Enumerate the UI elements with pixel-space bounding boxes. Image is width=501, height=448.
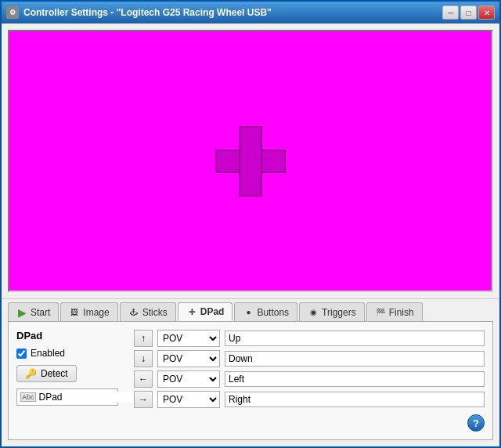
down-select[interactable]: POVAxisNone — [157, 350, 220, 367]
left-arrow-icon: ← — [139, 374, 148, 385]
detect-label: Detect — [41, 368, 68, 379]
up-arrow-icon: ↑ — [141, 333, 146, 344]
left-value: Left — [225, 371, 485, 387]
window-icon: ⚙ — [6, 6, 19, 19]
tab-triggers[interactable]: ◉ Triggers — [299, 302, 365, 321]
section-label: DPad — [16, 330, 118, 341]
title-bar: ⚙ Controller Settings - "Logitech G25 Ra… — [2, 2, 499, 23]
finish-icon: 🏁 — [375, 307, 386, 318]
preview-area — [8, 30, 493, 292]
help-button[interactable]: ? — [467, 414, 485, 432]
minimize-button[interactable]: ─ — [442, 5, 459, 20]
main-window: ⚙ Controller Settings - "Logitech G25 Ra… — [0, 0, 501, 448]
content-inner: DPad Enabled 🔑 Detect Abc — [16, 330, 485, 432]
name-input-wrapper: Abc — [16, 388, 118, 406]
direction-row-up: ↑ POVAxisNone Up — [134, 330, 485, 347]
tab-triggers-label: Triggers — [322, 307, 356, 318]
up-select[interactable]: POVAxisNone — [157, 330, 220, 347]
tab-sticks-label: Sticks — [142, 307, 168, 318]
start-icon: ▶ — [16, 307, 27, 318]
dpad-preview — [215, 126, 286, 197]
tab-sticks[interactable]: 🕹 Sticks — [120, 302, 176, 321]
right-panel: ↑ POVAxisNone Up ↓ POVAxisNone — [134, 330, 485, 432]
tab-finish[interactable]: 🏁 Finish — [366, 302, 423, 321]
tab-image[interactable]: 🖼 Image — [60, 302, 117, 321]
tab-dpad[interactable]: ✛ DPad — [178, 302, 233, 321]
maximize-button[interactable]: □ — [460, 5, 477, 20]
tab-dpad-label: DPad — [200, 306, 225, 317]
dpad-icon: ✛ — [186, 306, 197, 317]
triggers-icon: ◉ — [308, 307, 319, 318]
down-value: Down — [225, 351, 485, 367]
content-panel: DPad Enabled 🔑 Detect Abc — [8, 321, 493, 440]
tab-buttons[interactable]: ● Buttons — [234, 302, 297, 321]
right-arrow-icon: → — [139, 394, 148, 405]
tab-start[interactable]: ▶ Start — [8, 302, 59, 321]
left-arrow-button[interactable]: ← — [134, 370, 153, 388]
help-row: ? — [134, 414, 485, 432]
enabled-label: Enabled — [31, 348, 65, 359]
cross-shape — [215, 126, 286, 197]
abc-icon: Abc — [20, 392, 36, 402]
image-icon: 🖼 — [69, 307, 80, 318]
direction-row-down: ↓ POVAxisNone Down — [134, 350, 485, 367]
detect-button[interactable]: 🔑 Detect — [16, 365, 77, 382]
direction-row-right: → POVAxisNone Right — [134, 391, 485, 408]
right-select[interactable]: POVAxisNone — [157, 391, 220, 408]
enabled-row: Enabled — [16, 348, 118, 359]
tab-finish-label: Finish — [389, 307, 414, 318]
window-controls: ─ □ ✕ — [442, 5, 495, 20]
left-panel: DPad Enabled 🔑 Detect Abc — [16, 330, 118, 432]
down-arrow-icon: ↓ — [141, 353, 146, 364]
right-value: Right — [225, 392, 485, 407]
buttons-icon: ● — [243, 307, 254, 318]
left-select[interactable]: POVAxisNone — [157, 370, 220, 388]
close-button[interactable]: ✕ — [478, 5, 495, 20]
up-arrow-button[interactable]: ↑ — [134, 330, 153, 347]
tab-image-label: Image — [83, 307, 109, 318]
key-icon: 🔑 — [25, 368, 37, 379]
up-value: Up — [225, 331, 485, 346]
down-arrow-button[interactable]: ↓ — [134, 350, 153, 367]
right-arrow-button[interactable]: → — [134, 391, 153, 408]
tab-start-label: Start — [31, 307, 50, 318]
cross-vertical — [239, 126, 262, 197]
enabled-checkbox[interactable] — [16, 349, 27, 359]
window-title: Controller Settings - "Logitech G25 Raci… — [23, 7, 442, 18]
tab-buttons-label: Buttons — [257, 307, 289, 318]
direction-row-left: ← POVAxisNone Left — [134, 370, 485, 388]
tabs-bar: ▶ Start 🖼 Image 🕹 Sticks ✛ DPad ● Button… — [2, 298, 499, 321]
sticks-icon: 🕹 — [128, 307, 139, 318]
